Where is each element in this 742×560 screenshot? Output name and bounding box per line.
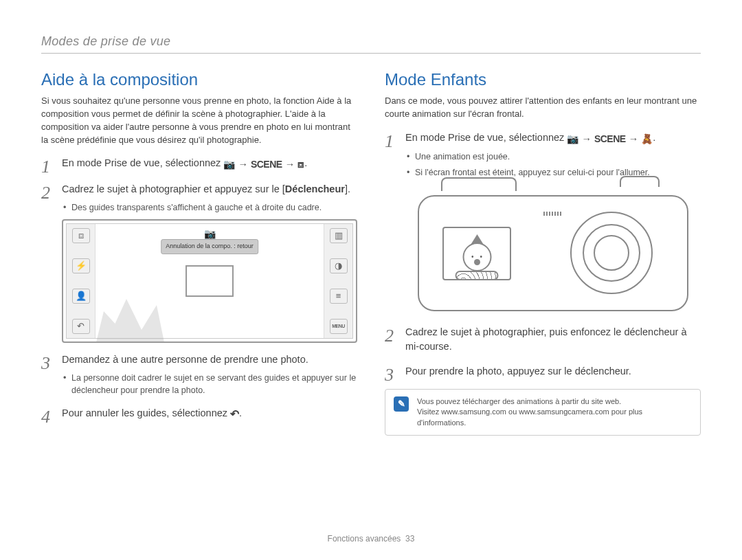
- page-footer: Fonctions avancées 33: [0, 534, 742, 544]
- lcd-center: 📷 Annulation de la compo. : retour: [95, 224, 324, 338]
- note-icon: ✎: [394, 396, 409, 412]
- step2-text-a: Cadrez le sujet à photographier et appuy…: [62, 183, 285, 194]
- scene-icon: SCENE: [251, 157, 282, 172]
- right-step-3: Pour prendre la photo, appuyez sur le dé…: [385, 364, 701, 379]
- frame-guide-icon: [297, 157, 304, 172]
- lcd-icon-battery: ▥: [330, 228, 348, 243]
- arrow-icon: [629, 132, 639, 147]
- lcd-right-column: ▥ ◑ ≡ MENU: [324, 224, 352, 338]
- lcd-menu: MENU: [330, 319, 348, 334]
- left-step-3: Demandez à une autre personne de prendre…: [41, 352, 357, 396]
- right-steps: En mode Prise de vue, sélectionnez SCENE…: [385, 131, 701, 379]
- lcd-icon-flash: ⚡: [72, 258, 90, 273]
- arrow-icon: [581, 132, 592, 147]
- note-box: ✎ Vous pouvez télécharger des animations…: [385, 389, 701, 436]
- footer-page: 33: [405, 534, 414, 544]
- lcd-tooltip: Annulation de la compo. : retour: [161, 239, 258, 254]
- lcd-left-column: ⧈ ⚡ 👤 ↶: [67, 224, 95, 338]
- arrow-icon: [285, 157, 295, 172]
- left-intro: Si vous souhaitez qu'une personne vous p…: [41, 95, 357, 146]
- step2-text-c: ].: [345, 183, 350, 194]
- camera-mic: [543, 212, 563, 216]
- arrow-icon: [238, 157, 248, 172]
- shutter-word: Déclencheur: [285, 183, 345, 194]
- left-steps: En mode Prise de vue, sélectionnez SCENE…: [41, 156, 357, 423]
- back-icon: [230, 406, 239, 423]
- lcd-icon-list: ≡: [330, 289, 348, 304]
- lcd-icon-timer: ◑: [330, 258, 348, 273]
- camera-flash-housing: [441, 177, 517, 191]
- right-intro: Dans ce mode, vous pouvez attirer l'atte…: [385, 95, 701, 121]
- right-column: Mode Enfants Dans ce mode, vous pouvez a…: [385, 70, 701, 436]
- step1-text: En mode Prise de vue, sélectionnez: [62, 157, 223, 168]
- left-step-4: Pour annuler les guides, sélectionnez .: [41, 406, 357, 423]
- lcd-icon-mode: ⧈: [72, 228, 90, 243]
- camera-illustration: [405, 186, 701, 313]
- left-column: Aide à la composition Si vous souhaitez …: [41, 70, 357, 436]
- clown-animation: [456, 234, 499, 280]
- camera-icon: [223, 157, 235, 172]
- left-heading: Aide à la composition: [41, 70, 357, 89]
- left-step3-bullet: La personne doit cadrer le sujet en se s…: [62, 372, 357, 396]
- right-step-1: En mode Prise de vue, sélectionnez SCENE…: [385, 131, 701, 313]
- camera-body: [418, 195, 688, 311]
- step4-text: Pour annuler les guides, sélectionnez: [62, 407, 230, 418]
- scene-icon: SCENE: [594, 132, 626, 146]
- chapter-title: Modes de prise de vue: [41, 34, 701, 54]
- rstep1-bullet1: Une animation est jouée.: [405, 150, 701, 163]
- focus-rect: [186, 265, 234, 297]
- camera-icon: [567, 132, 578, 147]
- step3-text: Demandez à une autre personne de prendre…: [62, 354, 308, 365]
- note-text: Vous pouvez télécharger des animations à…: [417, 396, 692, 428]
- camera-shutter: [620, 176, 660, 187]
- note-line-1: Vous pouvez télécharger des animations à…: [417, 396, 692, 407]
- right-heading: Mode Enfants: [385, 70, 701, 89]
- footer-section: Fonctions avancées: [328, 534, 401, 544]
- rstep1-text: En mode Prise de vue, sélectionnez: [405, 132, 567, 143]
- right-step-2: Cadrez le sujet à photographier, puis en…: [385, 325, 701, 355]
- children-mode-icon: [641, 132, 653, 147]
- camera-front-screen: [442, 227, 511, 280]
- camera-lens: [570, 212, 653, 294]
- lcd-icon-back: ↶: [72, 319, 90, 334]
- left-step2-bullet: Des guides transparents s'affichent à ga…: [62, 201, 357, 214]
- left-step-1: En mode Prise de vue, sélectionnez SCENE…: [41, 156, 357, 172]
- lcd-illustration: ⧈ ⚡ 👤 ↶ 📷 Annulation de la compo. : reto…: [62, 219, 357, 343]
- note-line-2: Visitez www.samsung.com ou www.samsungca…: [417, 407, 692, 428]
- lcd-icon-face: 👤: [72, 289, 90, 304]
- two-column-layout: Aide à la composition Si vous souhaitez …: [41, 70, 701, 436]
- scene-ghost: [89, 280, 164, 342]
- left-step-2: Cadrez le sujet à photographier et appuy…: [41, 182, 357, 343]
